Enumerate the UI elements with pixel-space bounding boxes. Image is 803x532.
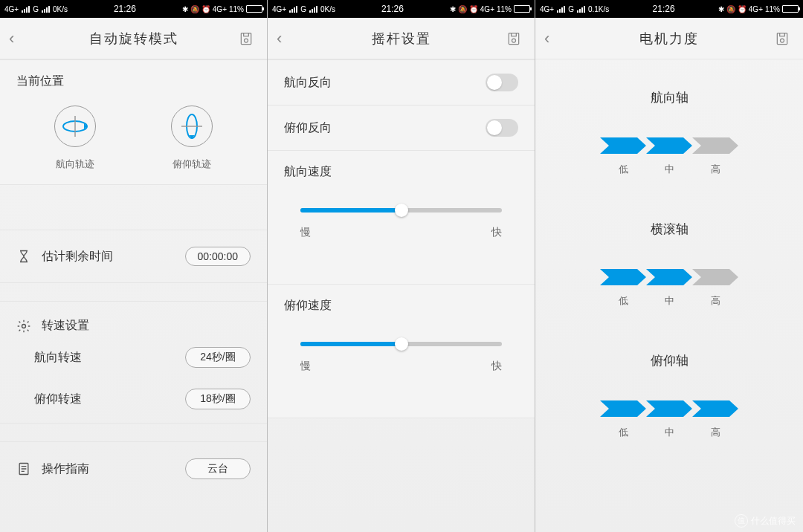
battery-pct: 11% (765, 5, 780, 13)
yaw-trajectory-label: 航向轨迹 (56, 158, 94, 171)
clock: 21:26 (381, 4, 404, 14)
signal-1-icon (22, 6, 30, 13)
slider-fast-label: 快 (491, 226, 502, 239)
label-mid: 中 (646, 294, 692, 308)
header: ‹ 摇杆设置 (268, 18, 535, 59)
pitch-speed-value[interactable]: 18秒/圈 (185, 389, 251, 409)
bluetooth-icon: ✱ (450, 5, 456, 13)
battery-pct: 11% (229, 5, 244, 13)
svg-marker-12 (600, 137, 646, 154)
clock: 21:26 (653, 4, 675, 14)
speed-setting-label: 转速设置 (42, 318, 89, 334)
back-button[interactable]: ‹ (277, 29, 300, 48)
4g-label: 4G+ (480, 5, 494, 13)
yaw-axis-section: 航向轴 低 中 高 (535, 59, 803, 191)
pitch-reverse-toggle[interactable] (486, 119, 518, 137)
roll-axis-section: 横滚轴 低 中 高 (535, 191, 803, 322)
content: 当前位置 航向轨迹 俯仰轨迹 估计剩余 (0, 59, 267, 532)
svg-marker-13 (646, 137, 692, 154)
page-title: 摇杆设置 (300, 30, 502, 48)
content: 航向轴 低 中 高 横滚轴 低 中 高 (535, 59, 803, 532)
header: ‹ 电机力度 (535, 18, 803, 59)
statusbar: 4G+ G 0K/s 21:26 ✱ 🔕 ⏰ 4G+ 11% (0, 0, 267, 18)
save-icon (239, 31, 254, 46)
back-button[interactable]: ‹ (544, 29, 568, 48)
header: ‹ 自动旋转模式 (0, 18, 267, 59)
speed-setting-row: 转速设置 (0, 302, 267, 340)
net-4g: 4G+ (272, 5, 286, 13)
yaw-speed-label: 航向转速 (34, 350, 82, 366)
battery-icon (782, 5, 799, 13)
yaw-speed-value[interactable]: 24秒/圈 (185, 347, 251, 368)
yaw-speed-label: 航向速度 (284, 164, 518, 180)
alarm-icon: ⏰ (738, 5, 746, 13)
estimated-time-row: 估计剩余时间 00:00:00 (0, 230, 267, 282)
page-title: 自动旋转模式 (33, 30, 234, 48)
pitch-axis-section: 俯仰轴 低 中 高 (535, 322, 803, 454)
save-button[interactable] (502, 31, 526, 46)
yaw-speed-slider[interactable] (300, 208, 502, 213)
svg-marker-18 (600, 400, 646, 417)
pitch-speed-slider[interactable] (300, 342, 502, 346)
label-low: 低 (600, 294, 646, 308)
level-high[interactable] (692, 137, 738, 154)
net-g: G (568, 5, 574, 13)
level-mid[interactable] (646, 400, 692, 417)
yaw-trajectory[interactable]: 航向轨迹 (54, 106, 96, 171)
label-high: 高 (692, 294, 738, 308)
statusbar: 4G+ G 0K/s 21:26 ✱ 🔕 ⏰ 4G+ 11% (268, 0, 535, 18)
svg-marker-19 (646, 400, 692, 417)
guide-row[interactable]: 操作指南 云台 (0, 442, 267, 496)
bluetooth-icon: ✱ (182, 5, 188, 13)
back-button[interactable]: ‹ (9, 29, 33, 48)
battery-icon (514, 5, 530, 13)
yaw-reverse-row: 航向反向 (268, 59, 535, 106)
svg-point-11 (781, 39, 784, 42)
svg-point-9 (512, 39, 516, 42)
yaw-reverse-toggle[interactable] (486, 74, 518, 91)
alarm-icon: ⏰ (469, 5, 478, 13)
current-position-section: 当前位置 航向轨迹 俯仰轨迹 (0, 59, 267, 185)
net-4g: 4G+ (540, 5, 554, 13)
yaw-speed-row: 航向转速 24秒/圈 (0, 340, 267, 381)
save-button[interactable] (770, 31, 794, 46)
slider-thumb[interactable] (395, 204, 408, 217)
svg-marker-17 (692, 269, 738, 285)
roll-level-selector[interactable] (600, 269, 738, 285)
net-g: G (33, 5, 39, 13)
statusbar: 4G+ G 0.1K/s 21:26 ✱ 🔕 ⏰ 4G+ 11% (535, 0, 803, 18)
svg-point-1 (245, 39, 248, 42)
mute-icon: 🔕 (458, 5, 467, 13)
level-low[interactable] (600, 269, 646, 285)
signal-1-icon (557, 6, 565, 13)
pitch-trajectory[interactable]: 俯仰轨迹 (171, 106, 213, 171)
yaw-level-selector[interactable] (600, 137, 738, 154)
screen-motor-strength: 4G+ G 0.1K/s 21:26 ✱ 🔕 ⏰ 4G+ 11% ‹ 电机力度 … (535, 0, 803, 532)
svg-marker-20 (692, 400, 738, 417)
pitch-level-selector[interactable] (600, 400, 738, 417)
gear-icon (16, 319, 31, 334)
save-icon (775, 31, 790, 46)
label-high: 高 (692, 426, 738, 439)
slider-thumb[interactable] (395, 337, 408, 351)
level-high[interactable] (692, 400, 738, 417)
gimbal-button[interactable]: 云台 (185, 458, 251, 479)
slider-slow-label: 慢 (300, 226, 311, 239)
mute-icon: 🔕 (726, 5, 735, 13)
slider-fast-label: 快 (491, 360, 502, 373)
guide-label: 操作指南 (42, 461, 89, 477)
current-position-label: 当前位置 (16, 74, 251, 89)
data-speed: 0K/s (320, 5, 335, 13)
level-mid[interactable] (646, 137, 692, 154)
level-low[interactable] (600, 400, 646, 417)
yaw-speed-section: 航向速度 慢 快 (268, 151, 535, 285)
data-speed: 0K/s (53, 5, 68, 13)
level-high[interactable] (692, 269, 738, 285)
svg-point-6 (22, 324, 26, 328)
level-low[interactable] (600, 137, 646, 154)
net-g: G (300, 5, 306, 13)
estimated-time-value[interactable]: 00:00:00 (185, 247, 251, 266)
save-button[interactable] (234, 31, 258, 46)
level-mid[interactable] (646, 269, 692, 285)
data-speed: 0.1K/s (588, 5, 609, 13)
